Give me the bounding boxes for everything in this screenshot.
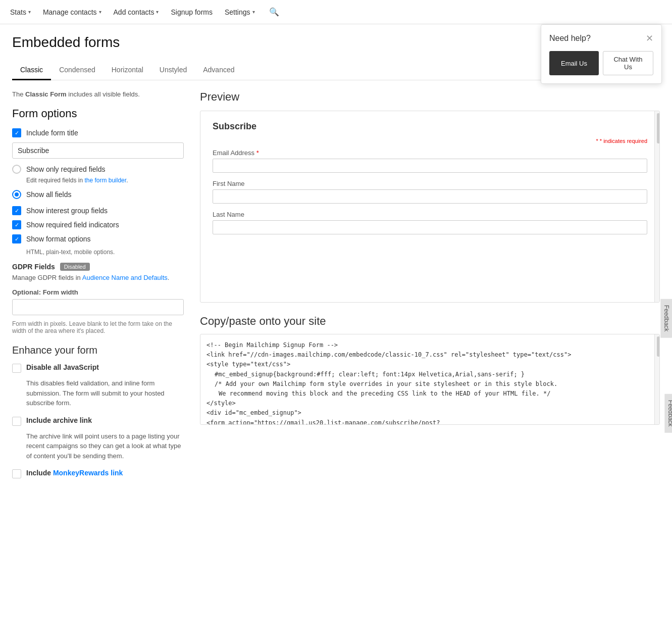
archive-link-row: Include archive link (12, 416, 184, 426)
help-popup: Need help? ✕ Email Us Chat With Us (541, 24, 662, 84)
code-line-4: #mc_embed_signup{background:#fff; clear:… (206, 370, 646, 379)
code-line-7: </style> (206, 399, 646, 408)
archive-link-desc: The archive link will point users to a p… (26, 431, 184, 461)
preview-field-firstname: First Name (213, 180, 647, 204)
left-panel: The Classic Form includes all visible fi… (12, 90, 184, 487)
gdpr-row: GDPR Fields Disabled (12, 263, 184, 271)
disable-js-checkbox[interactable] (12, 364, 21, 373)
show-interest-checkbox[interactable] (12, 206, 21, 215)
form-builder-link[interactable]: the form builder (84, 177, 126, 184)
tab-horizontal[interactable]: Horizontal (104, 61, 151, 80)
nav-signup-forms-label: Signup forms (171, 8, 212, 16)
top-nav: Stats ▾ Manage contacts ▾ Add contacts ▾… (0, 0, 672, 24)
subscribe-title: Subscribe (213, 121, 647, 132)
nav-add-contacts-chevron: ▾ (156, 9, 159, 15)
gdpr-hint: Manage GDPR fields in Audience Name and … (12, 274, 184, 281)
email-preview-input[interactable] (213, 159, 647, 173)
tab-advanced[interactable]: Advanced (195, 61, 242, 80)
gdpr-badge: Disabled (60, 263, 90, 271)
nav-add-contacts[interactable]: Add contacts ▾ (114, 8, 159, 16)
help-popup-header: Need help? ✕ (549, 33, 653, 44)
show-required-indicators-label: Show required field indicators (26, 221, 119, 229)
show-required-indicators-row: Show required field indicators (12, 220, 184, 229)
tab-condensed[interactable]: Condensed (51, 61, 104, 80)
show-format-label: Show format options (26, 235, 91, 243)
firstname-preview-input[interactable] (213, 189, 647, 204)
feedback-tab-1[interactable]: Feedback (661, 299, 672, 337)
search-icon[interactable]: 🔍 (269, 7, 279, 17)
show-required-indicators-checkbox[interactable] (12, 220, 21, 229)
nav-settings-chevron: ▾ (252, 9, 255, 15)
help-popup-buttons: Email Us Chat With Us (549, 51, 653, 75)
archive-link-checkbox[interactable] (12, 417, 21, 426)
chat-with-us-button[interactable]: Chat With Us (603, 51, 653, 75)
help-close-button[interactable]: ✕ (646, 33, 653, 44)
code-line-3: <style type="text/css"> (206, 360, 646, 369)
disable-js-item: Disable all JavaScript This disables fie… (12, 363, 184, 408)
form-options-title: Form options (12, 107, 184, 120)
enhance-title: Enhance your form (12, 345, 184, 356)
gdpr-link[interactable]: Audience Name and Defaults (82, 274, 168, 281)
email-us-button[interactable]: Email Us (549, 51, 599, 75)
show-format-hint: HTML, plain-text, mobile options. (26, 249, 184, 256)
monkey-rewards-label: Include MonkeyRewards link (26, 469, 123, 477)
show-all-label: Show all fields (26, 190, 72, 199)
monkey-rewards-row: Include MonkeyRewards link (12, 469, 184, 479)
show-interest-row: Show interest group fields (12, 206, 184, 215)
code-box: <!-- Begin Mailchimp Signup Form --> <li… (200, 334, 660, 425)
include-form-title-checkbox[interactable] (12, 128, 21, 137)
lastname-preview-input[interactable] (213, 220, 647, 234)
code-content[interactable]: <!-- Begin Mailchimp Signup Form --> <li… (206, 340, 653, 425)
show-required-radio[interactable] (12, 165, 21, 174)
preview-field-lastname: Last Name (213, 211, 647, 234)
disable-js-row: Disable all JavaScript (12, 363, 184, 373)
copy-title: Copy/paste onto your site (200, 315, 660, 328)
code-scrollbar[interactable] (654, 334, 659, 424)
show-interest-label: Show interest group fields (26, 207, 108, 215)
help-popup-title: Need help? (549, 34, 591, 43)
show-format-checkbox[interactable] (12, 234, 21, 243)
preview-title: Preview (200, 90, 660, 104)
nav-manage-contacts-chevron: ▾ (99, 9, 101, 15)
feedback-tab-2[interactable]: Feedback (665, 394, 672, 433)
nav-stats[interactable]: Stats ▾ (10, 8, 31, 16)
show-all-radio[interactable] (12, 190, 21, 199)
nav-manage-contacts[interactable]: Manage contacts ▾ (43, 8, 101, 16)
archive-link-label: Include archive link (26, 416, 92, 424)
required-note: * * indicates required (213, 138, 647, 144)
form-width-label: Optional: Form width (12, 288, 184, 296)
nav-signup-forms[interactable]: Signup forms (171, 8, 212, 16)
nav-manage-contacts-label: Manage contacts (43, 8, 97, 16)
nav-stats-chevron: ▾ (28, 9, 31, 15)
preview-scrollbar-thumb (657, 113, 660, 143)
code-line-1: <!-- Begin Mailchimp Signup Form --> (206, 340, 646, 350)
include-form-title-row: Include form title (12, 128, 184, 137)
nav-settings-label: Settings (225, 8, 250, 16)
disable-js-label: Disable all JavaScript (26, 363, 99, 371)
monkey-rewards-checkbox[interactable] (12, 469, 21, 478)
lastname-label: Last Name (213, 211, 647, 218)
preview-field-email: Email Address * (213, 149, 647, 173)
email-label: Email Address * (213, 149, 647, 157)
form-width-input[interactable] (12, 299, 184, 315)
include-form-title-label: Include form title (26, 129, 78, 137)
edit-hint: Edit required fields in the form builder… (26, 177, 184, 184)
code-line-5: /* Add your own Mailchimp form style ove… (206, 379, 646, 389)
code-line-9: <form action="https://gmail.us20.list-ma… (206, 418, 646, 425)
show-required-row: Show only required fields (12, 165, 184, 174)
form-title-input[interactable] (12, 142, 184, 159)
disable-js-desc: This disables field validation, and inli… (26, 378, 184, 408)
tab-classic[interactable]: Classic (12, 61, 51, 80)
firstname-label: First Name (213, 180, 647, 187)
monkey-rewards-link[interactable]: MonkeyRewards link (53, 469, 123, 477)
archive-link-item: Include archive link The archive link wi… (12, 416, 184, 461)
tab-unstyled[interactable]: Unstyled (151, 61, 195, 80)
code-scrollbar-thumb (657, 336, 660, 357)
form-width-hint: Form width in pixels. Leave blank to let… (12, 320, 184, 334)
right-panel: Preview Subscribe * * indicates required… (200, 90, 660, 487)
preview-scrollbar[interactable] (654, 111, 659, 302)
code-line-6: We recommend moving this block and the p… (206, 389, 646, 399)
code-line-8: <div id="mc_embed_signup"> (206, 408, 646, 418)
code-line-2: <link href="//cdn-images.mailchimp.com/e… (206, 350, 646, 360)
nav-settings[interactable]: Settings ▾ (225, 8, 255, 16)
